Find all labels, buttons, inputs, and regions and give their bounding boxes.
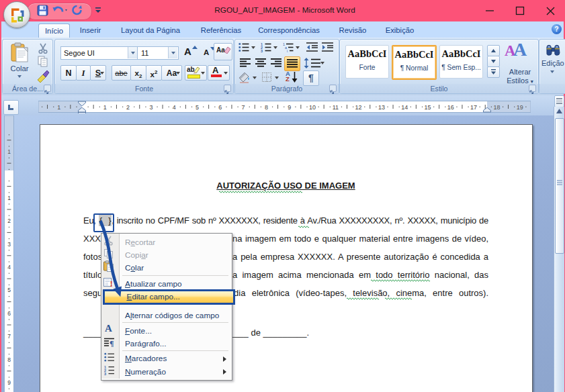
svg-text:9: 9 (288, 104, 291, 111)
svg-text:18: 18 (493, 104, 500, 111)
svg-text:i: i (287, 49, 288, 52)
svg-text:9: 9 (7, 379, 11, 386)
svg-text:2: 2 (126, 104, 130, 111)
svg-text:3: 3 (7, 241, 11, 248)
svg-text:1: 1 (7, 148, 11, 155)
svg-text:15: 15 (424, 104, 431, 111)
svg-text:4: 4 (7, 264, 11, 271)
svg-text:¶: ¶ (110, 339, 114, 347)
svg-text:8: 8 (265, 104, 268, 111)
svg-text:8: 8 (7, 356, 11, 363)
svg-text:4: 4 (173, 104, 176, 111)
svg-text:1: 1 (7, 195, 11, 201)
svg-text:12: 12 (355, 104, 362, 111)
svg-text:13: 13 (378, 104, 385, 111)
svg-text:19: 19 (517, 104, 523, 111)
svg-text:10: 10 (309, 104, 316, 111)
svg-text:6: 6 (7, 310, 11, 317)
svg-text:3: 3 (104, 372, 106, 375)
svg-text:5: 5 (195, 104, 199, 111)
svg-text:1: 1 (57, 104, 60, 111)
svg-text:14: 14 (401, 104, 408, 111)
svg-text:16: 16 (447, 104, 454, 111)
svg-text:7: 7 (242, 104, 245, 111)
svg-text:1: 1 (103, 104, 107, 111)
svg-text:11: 11 (333, 104, 339, 111)
svg-text:3: 3 (261, 49, 263, 53)
svg-text:3: 3 (149, 104, 153, 111)
svg-text:5: 5 (7, 287, 11, 293)
svg-text:2: 2 (7, 217, 11, 224)
svg-text:6: 6 (218, 104, 222, 111)
svg-text:17: 17 (470, 104, 477, 111)
svg-text:7: 7 (7, 333, 11, 340)
